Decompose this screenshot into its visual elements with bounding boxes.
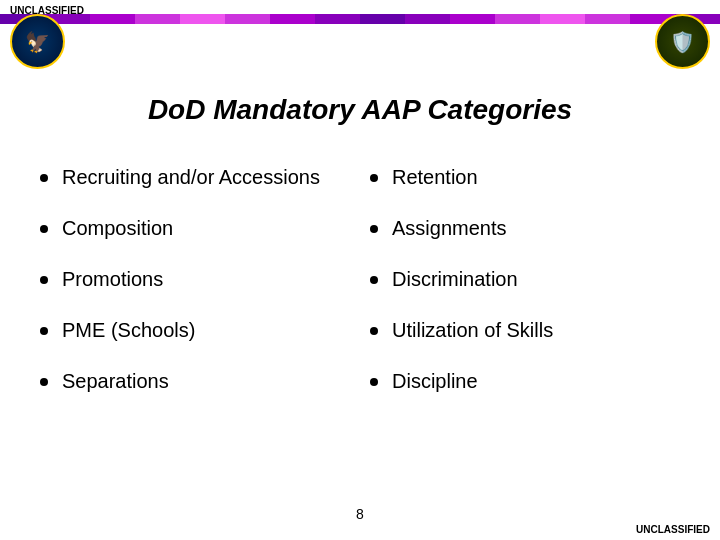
bullet-item-assignments: Assignments [370, 207, 680, 250]
bullet-label-promotions: Promotions [62, 268, 163, 291]
bullet-label-discrimination: Discrimination [392, 268, 518, 291]
bullet-dot [40, 225, 48, 233]
bullet-label-discipline: Discipline [392, 370, 478, 393]
logo-left-icon: 🦅 [25, 30, 50, 54]
bullet-label-pme: PME (Schools) [62, 319, 195, 342]
bullet-dot [370, 225, 378, 233]
bullet-item-promotions: Promotions [40, 258, 350, 301]
bullet-dot [40, 174, 48, 182]
bullet-item-utilization: Utilization of Skills [370, 309, 680, 352]
bullet-label-assignments: Assignments [392, 217, 507, 240]
bullet-item-pme: PME (Schools) [40, 309, 350, 352]
logo-right: 🛡️ [655, 14, 710, 69]
bullet-label-recruiting: Recruiting and/or Accessions [62, 166, 320, 189]
bullet-item-recruiting: Recruiting and/or Accessions [40, 156, 350, 199]
bullet-label-separations: Separations [62, 370, 169, 393]
bullet-item-composition: Composition [40, 207, 350, 250]
unclassified-bottom-label: UNCLASSIFIED [636, 524, 710, 535]
bullet-item-discipline: Discipline [370, 360, 680, 403]
bullet-dot [370, 174, 378, 182]
page-title: DoD Mandatory AAP Categories [0, 94, 720, 126]
content-area: Recruiting and/or Accessions Retention C… [0, 146, 720, 413]
bullet-item-retention: Retention [370, 156, 680, 199]
unclassified-top-label: UNCLASSIFIED [10, 5, 84, 16]
page-number: 8 [356, 506, 364, 522]
bullet-dot [370, 378, 378, 386]
bullet-dot [370, 327, 378, 335]
logo-left: 🦅 [10, 14, 65, 69]
bullet-item-separations: Separations [40, 360, 350, 403]
bullet-item-discrimination: Discrimination [370, 258, 680, 301]
header-stripe [0, 14, 720, 24]
bullet-dot [40, 327, 48, 335]
bullet-label-composition: Composition [62, 217, 173, 240]
bullet-dot [40, 378, 48, 386]
bullet-label-retention: Retention [392, 166, 478, 189]
bullet-dot [40, 276, 48, 284]
bullet-label-utilization: Utilization of Skills [392, 319, 553, 342]
bullet-dot [370, 276, 378, 284]
logo-right-icon: 🛡️ [670, 30, 695, 54]
